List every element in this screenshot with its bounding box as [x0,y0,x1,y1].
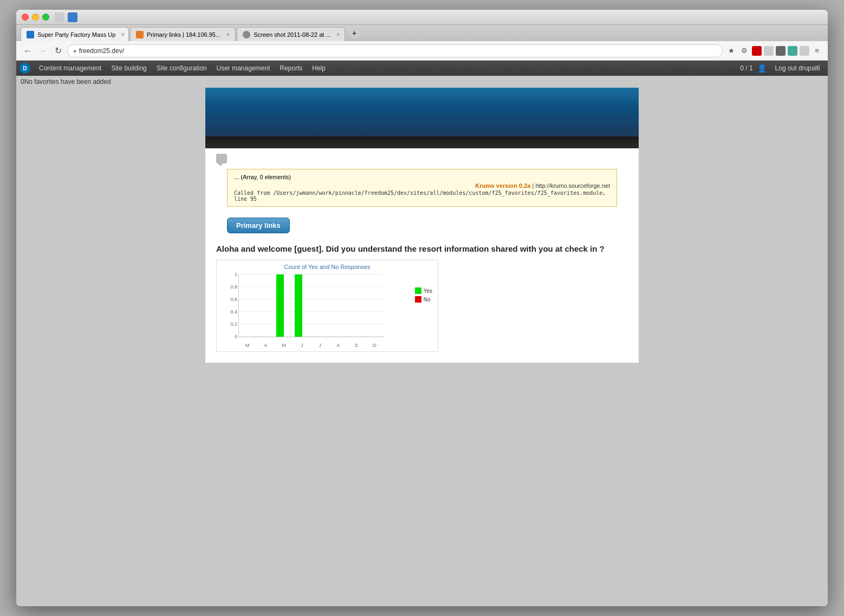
y-label-1: 1 [235,272,237,277]
url-text: freedom25.dev/ [79,47,717,55]
grid-08: 0.8 [239,286,384,287]
bar-j-yes [295,274,302,337]
minimize-traffic-light[interactable] [32,14,39,21]
tabs-bar: Super Party Factory Mass Up × Primary li… [16,25,828,41]
speech-bubble-icon [216,154,227,163]
krumo-version: Krumo version 0.2a [475,182,530,189]
debug-array-text: Array, 0 elements [243,174,289,180]
krumo-info: Krumo version 0.2a | http://krumo.source… [234,182,610,189]
traffic-lights [22,14,49,21]
chart-area: 1 0.8 0.6 0.4 0.2 0 [238,274,384,337]
url-bar[interactable]: ● freedom25.dev/ [67,44,723,57]
drupal-logo: D [20,63,30,74]
x-label-o: O [366,343,384,348]
toolbar-user-management[interactable]: User management [212,63,275,73]
tab-2-close[interactable]: × [226,31,230,38]
primary-links-button[interactable]: Primary links [227,218,290,233]
menu-icon[interactable] [776,46,785,56]
page-background: 0No favorites have been added [16,76,828,363]
krumo-url-text: http://krumo.sourceforge.net [535,182,610,189]
toolbar-content-management[interactable]: Content management [35,63,106,73]
tab-1-label: Super Party Factory Mass Up [37,31,115,38]
grid-02: 0.2 [239,324,384,324]
y-label-02: 0.2 [230,322,237,327]
more-icon[interactable]: ≡ [811,45,822,56]
tab-2-label: Primary links | 184.106.95... [147,31,220,38]
back-button[interactable]: ← [22,45,34,57]
poll-section: Aloha and welcome [guest]. Did you under… [216,244,628,352]
y-label-0: 0 [235,334,237,339]
tab-3-icon [243,31,250,38]
forward-button[interactable]: → [37,45,49,57]
legend-no-label: No [424,297,431,303]
site-header-bottom [205,136,639,148]
tab-2-icon [136,31,144,38]
toolbar-reports[interactable]: Reports [275,63,307,73]
tab-1[interactable]: Super Party Factory Mass Up × [21,27,129,41]
site-container: ... (Array, 0 elements) Krumo version 0.… [16,88,828,363]
toolbar-right: 0 / 1 👤 Log out drupal6 [740,63,824,73]
tab-3-close[interactable]: × [336,31,340,38]
browser-icons: ★ ⚙ ≡ [726,45,822,56]
monitor-icon[interactable] [764,46,774,56]
debug-container: ... (Array, 0 elements) Krumo version 0.… [216,154,628,207]
page-content: 0No favorites have been added [16,76,828,606]
tab-1-icon [27,31,34,38]
new-tab-button[interactable]: + [348,27,360,39]
site-header [205,88,639,136]
logout-button[interactable]: Log out drupal6 [771,63,824,73]
bar-m-yes [276,274,284,337]
tab-3[interactable]: Screen shot 2011-08-22 at ... × [237,27,345,41]
legend-yes-color [415,287,421,294]
krumo-called-from: Called from [234,190,270,196]
bookmark-icon[interactable]: ★ [726,45,737,56]
grid-1: 1 [239,274,384,274]
close-traffic-light[interactable] [22,14,29,21]
address-bar: ← → ↻ ● freedom25.dev/ ★ ⚙ ≡ [16,41,828,61]
debug-close-paren: ) [289,174,291,180]
legend-yes: Yes [415,287,432,294]
title-bar [16,10,828,25]
toolbar-site-configuration[interactable]: Site configuration [152,63,211,73]
toolbar-icon-facebook[interactable] [68,12,77,22]
legend-no: No [415,296,432,303]
user-count: 0 / 1 [740,64,752,72]
debug-array-label: ... (Array, 0 elements) [234,174,610,180]
debug-box: ... (Array, 0 elements) Krumo version 0.… [227,169,617,207]
site-notice: 0No favorites have been added [16,76,828,88]
grid-04: 0.4 [239,311,384,312]
wrench-icon[interactable]: ⚙ [739,45,750,56]
krumo-path: /Users/jwmann/work/pinnacle/freedom25/de… [273,190,602,196]
grid-0: 0 [239,336,384,337]
debug-dots: ... ( [234,174,243,180]
refresh-button[interactable]: ↻ [52,45,64,57]
tab-2[interactable]: Primary links | 184.106.95... × [130,27,236,41]
x-labels: M A M J J A S O [238,343,384,348]
notice-text: 0No favorites have been added [21,78,111,86]
grid-06: 0.6 [239,299,384,299]
x-label-a2: A [329,343,348,348]
green-icon[interactable] [788,46,797,56]
legend-yes-label: Yes [424,288,432,294]
poll-question: Aloha and welcome [guest]. Did you under… [216,244,628,253]
maximize-traffic-light[interactable] [42,14,49,21]
x-label-m1: M [238,343,257,348]
red-icon[interactable] [752,46,762,56]
chart-title: Count of Yes and No Responses [217,264,438,270]
user-icon: 👤 [757,64,767,73]
toolbar-site-building[interactable]: Site building [107,63,151,73]
chart-grid: 1 0.8 0.6 0.4 0.2 0 [239,274,384,337]
krumo-callpath: Called from /Users/jwmann/work/pinnacle/… [234,190,610,202]
toolbar-icon-1[interactable] [55,12,64,22]
y-label-06: 0.6 [230,297,237,302]
primary-links-container: Primary links [216,212,628,239]
tab-1-close[interactable]: × [121,31,125,38]
x-label-s: S [347,343,366,348]
x-label-j1: J [293,343,311,348]
lock-icon: ● [73,48,77,54]
chart-legend: Yes No [415,287,432,303]
toolbar-help[interactable]: Help [308,63,330,73]
gray-icon[interactable] [800,46,809,56]
drupal-toolbar: D Content management Site building Site … [16,61,828,76]
x-label-j2: J [311,343,329,348]
